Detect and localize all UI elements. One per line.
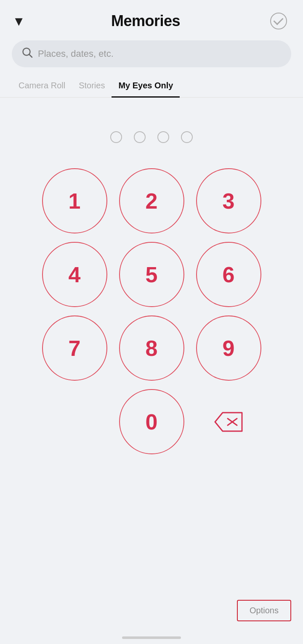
checkmark-button[interactable]	[269, 12, 288, 30]
bottom-handle	[122, 636, 181, 639]
svg-line-1	[29, 55, 32, 58]
pin-dot-1	[110, 131, 122, 143]
tabs-bar: Camera Roll Stories My Eyes Only	[0, 76, 303, 98]
backspace-icon	[213, 411, 244, 433]
options-area: Options	[0, 591, 303, 636]
tab-stories[interactable]: Stories	[72, 76, 112, 98]
check-circle-icon	[270, 13, 287, 29]
key-0-button[interactable]: 0	[119, 389, 184, 454]
keypad-row-1: 1 2 3	[25, 168, 278, 233]
pin-dot-3	[157, 131, 169, 143]
key-2-button[interactable]: 2	[119, 168, 184, 233]
main-content: 1 2 3 4 5 6 7 8 9 0	[0, 98, 303, 636]
tab-camera-roll[interactable]: Camera Roll	[12, 76, 72, 98]
key-4-button[interactable]: 4	[42, 242, 107, 307]
keypad-row-2: 4 5 6	[25, 242, 278, 307]
keypad-spacer	[42, 389, 107, 454]
key-1-button[interactable]: 1	[42, 168, 107, 233]
back-chevron-icon[interactable]: ▾	[15, 13, 22, 29]
pin-dot-4	[181, 131, 193, 143]
key-8-button[interactable]: 8	[119, 315, 184, 381]
tab-my-eyes-only[interactable]: My Eyes Only	[112, 76, 180, 98]
key-7-button[interactable]: 7	[42, 315, 107, 381]
key-6-button[interactable]: 6	[196, 242, 261, 307]
search-icon	[22, 47, 33, 61]
key-9-button[interactable]: 9	[196, 315, 261, 381]
key-3-button[interactable]: 3	[196, 168, 261, 233]
search-input[interactable]: Places, dates, etc.	[38, 48, 114, 59]
key-5-button[interactable]: 5	[119, 242, 184, 307]
pin-dots	[110, 131, 193, 143]
keypad-row-3: 7 8 9	[25, 315, 278, 381]
search-bar[interactable]: Places, dates, etc.	[12, 40, 291, 67]
keypad: 1 2 3 4 5 6 7 8 9 0	[8, 168, 295, 454]
backspace-button[interactable]	[196, 389, 261, 454]
page-title: Memories	[111, 12, 180, 30]
keypad-row-4: 0	[25, 389, 278, 454]
options-button[interactable]: Options	[237, 600, 291, 621]
pin-dot-2	[134, 131, 146, 143]
header: ▾ Memories	[0, 0, 303, 37]
